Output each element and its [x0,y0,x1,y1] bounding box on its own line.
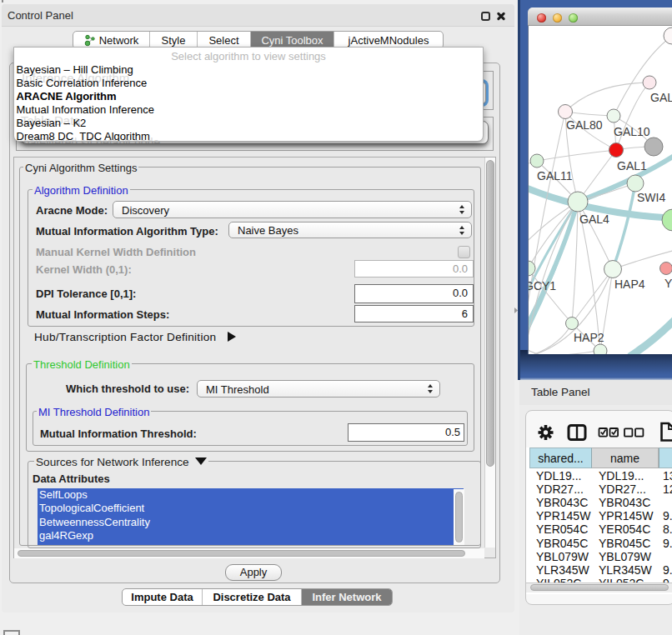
svg-text:GCY1: GCY1 [529,279,556,292]
svg-text:YJ: YJ [664,277,672,290]
svg-text:SWI4: SWI4 [637,191,665,204]
svg-text:GAL11: GAL11 [537,169,573,182]
svg-text:GAL4: GAL4 [579,212,609,226]
svg-text:GAL2: GAL2 [650,91,672,104]
svg-text:GAL80: GAL80 [566,118,603,132]
svg-text:HAP4: HAP4 [614,278,645,291]
svg-text:HAP2: HAP2 [574,331,604,344]
svg-text:GAL1: GAL1 [617,159,647,172]
svg-text:GAL10: GAL10 [614,125,650,138]
